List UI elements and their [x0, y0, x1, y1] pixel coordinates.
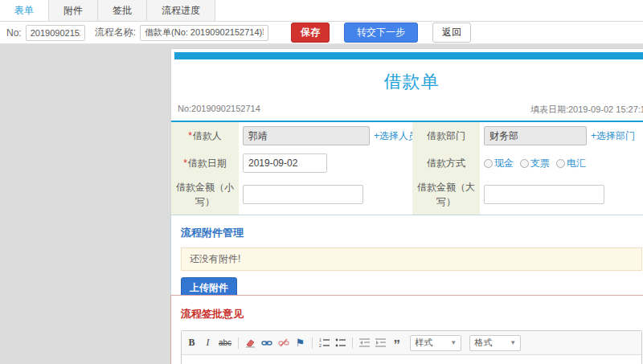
amount-lower-input[interactable] — [243, 185, 363, 204]
department-input[interactable] — [484, 126, 587, 145]
form-row-amount: 借款金额（小写） 借款金额（大写） — [171, 177, 643, 212]
flow-name-label: 流程名称: — [95, 26, 136, 39]
radio-circle-icon[interactable] — [556, 159, 565, 168]
attachment-panel: 流程附件管理 还没有附件! 上传附件 — [170, 215, 643, 308]
select-department-link[interactable]: +选择部门 — [591, 129, 635, 143]
tab-approval[interactable]: 签批 — [98, 0, 147, 21]
editor-body[interactable] — [182, 355, 641, 364]
form-title: 借款单 — [171, 70, 643, 94]
anchor-flag-icon[interactable]: ⚑ — [295, 337, 305, 349]
editor-toolbar: B I abc ⚑ 12 — [182, 331, 641, 355]
save-button[interactable]: 保存 — [291, 22, 330, 43]
italic-icon[interactable]: I — [203, 337, 213, 349]
outdent-icon[interactable] — [359, 337, 370, 349]
borrow-date-label: *借款日期 — [171, 149, 239, 177]
remove-format-icon[interactable] — [245, 337, 256, 349]
content-area: 借款单 No:20190902152714 填表日期:2019-09-02 15… — [0, 44, 643, 364]
radio-circle-icon[interactable] — [484, 159, 493, 168]
numbered-list-icon[interactable]: 12 — [319, 337, 330, 349]
block-quote-icon[interactable]: ” — [391, 339, 402, 351]
fill-date: 填表日期:2019-09-02 15:27:1 — [530, 104, 643, 116]
bold-icon[interactable]: B — [186, 337, 197, 349]
no-input[interactable] — [26, 25, 85, 41]
chevron-down-icon: ▼ — [510, 339, 516, 346]
flow-name-input[interactable] — [140, 25, 268, 41]
department-label: 借款部门 — [412, 122, 480, 149]
link-icon[interactable] — [261, 337, 272, 349]
svg-text:2: 2 — [319, 343, 322, 348]
form-row-date-method: *借款日期 借款方式 现金 支票 — [171, 149, 643, 177]
svg-text:1: 1 — [319, 337, 322, 342]
strikethrough-icon[interactable]: abc — [219, 337, 231, 349]
approval-comments-panel: 流程签批意见 B I abc ⚑ 12 — [170, 295, 643, 364]
attachment-heading: 流程附件管理 — [181, 226, 642, 240]
borrower-label: *借款人 — [171, 122, 239, 149]
bullet-list-icon[interactable] — [335, 337, 346, 349]
radio-wire[interactable]: 电汇 — [556, 157, 586, 170]
amount-lower-label: 借款金额（小写） — [171, 177, 239, 212]
tab-progress[interactable]: 流程进度 — [147, 0, 215, 21]
forward-next-step-button[interactable]: 转交下一步 — [344, 22, 418, 43]
borrower-input[interactable] — [243, 126, 370, 145]
doc-number: No:20190902152714 — [178, 104, 260, 116]
radio-cash[interactable]: 现金 — [484, 157, 514, 170]
no-label: No: — [6, 27, 22, 39]
tab-form[interactable]: 表单 — [0, 0, 49, 21]
borrow-date-input[interactable] — [243, 153, 327, 173]
amount-upper-input[interactable] — [484, 185, 604, 204]
chevron-down-icon: ▼ — [450, 339, 457, 346]
action-toolbar: No: 流程名称: 保存 转交下一步 返回 — [0, 22, 643, 44]
no-attachment-message: 还没有附件! — [181, 247, 642, 271]
amount-upper-label: 借款金额（大写） — [412, 177, 480, 212]
tabbar-filler — [215, 0, 643, 21]
form-header-bar — [174, 52, 643, 59]
back-button[interactable]: 返回 — [432, 22, 471, 43]
approval-comments-heading: 流程签批意见 — [181, 307, 642, 321]
tab-bar: 表单 附件 签批 流程进度 — [0, 0, 643, 22]
format-select[interactable]: 格式 ▼ — [469, 335, 521, 351]
borrow-method-label: 借款方式 — [412, 149, 480, 177]
rich-text-editor: B I abc ⚑ 12 — [181, 330, 642, 364]
select-person-link[interactable]: +选择人员 — [374, 129, 418, 143]
borrow-method-radio-group: 现金 支票 电汇 — [484, 157, 586, 170]
radio-circle-icon[interactable] — [520, 159, 529, 168]
required-mark: * — [188, 130, 192, 141]
form-row-borrower: *借款人 +选择人员 借款部门 +选择部门 — [171, 122, 643, 149]
unlink-icon[interactable] — [278, 337, 289, 349]
required-mark: * — [183, 157, 187, 169]
tab-attachments[interactable]: 附件 — [49, 0, 98, 21]
toolbar-separator — [312, 337, 313, 349]
toolbar-separator — [352, 337, 353, 349]
radio-check[interactable]: 支票 — [520, 157, 550, 170]
toolbar-separator — [238, 337, 239, 349]
style-select[interactable]: 样式 ▼ — [410, 335, 461, 351]
indent-icon[interactable] — [375, 337, 386, 349]
